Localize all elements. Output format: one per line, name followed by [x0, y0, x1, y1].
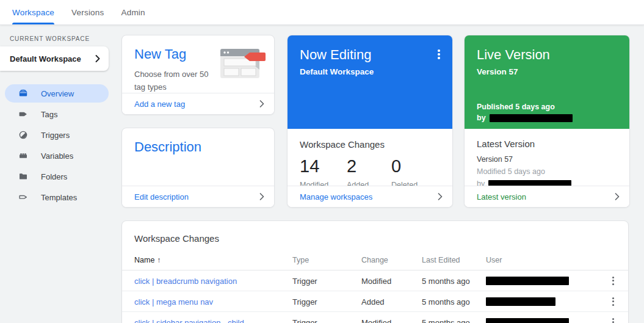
sidebar-item-label: Folders — [41, 172, 67, 181]
tab-admin-label: Admin — [121, 8, 145, 17]
now-editing-menu-icon[interactable] — [433, 49, 444, 60]
live-version-card: Live Version Version 57 Published 5 days… — [464, 35, 630, 208]
column-header-type[interactable]: Type — [292, 256, 309, 264]
tags-icon — [18, 109, 28, 119]
change-kind: Modified — [361, 318, 391, 323]
workspace-selector-label: Default Workspace — [10, 54, 81, 64]
sidebar-item-folders[interactable]: Folders — [5, 167, 109, 186]
tab-admin[interactable]: Admin — [121, 0, 145, 24]
folders-icon — [18, 172, 28, 181]
column-header-last-edited[interactable]: Last Edited — [422, 256, 460, 264]
description-card: Description Edit description — [121, 128, 275, 208]
tab-versions[interactable]: Versions — [71, 0, 104, 24]
latest-version-label: Latest Version — [477, 139, 617, 149]
now-editing-title: Now Editing — [300, 47, 440, 63]
change-name-link[interactable]: click | mega menu nav — [134, 297, 213, 306]
edit-description-label: Edit description — [134, 192, 189, 201]
stat-added-value: 2 — [347, 157, 391, 176]
chevron-right-icon — [259, 193, 264, 200]
row-menu-icon[interactable] — [607, 296, 618, 307]
top-navigation: Workspace Versions Admin — [0, 0, 644, 25]
edit-description-link[interactable]: Edit description — [122, 186, 274, 207]
sidebar-item-label: Triggers — [41, 131, 70, 140]
current-workspace-label: CURRENT WORKSPACE — [10, 35, 90, 42]
tab-workspace-label: Workspace — [12, 8, 54, 17]
table-row: click | mega menu nav Trigger Added 5 mo… — [122, 291, 628, 312]
row-menu-icon[interactable] — [607, 275, 618, 286]
published-line: Published 5 days ago — [477, 103, 573, 111]
new-tag-card: New Tag Choose from over 50 tag types Ad… — [121, 35, 275, 115]
live-version-subtitle: Version 57 — [477, 67, 617, 76]
change-type: Trigger — [292, 318, 317, 323]
latest-version-link[interactable]: Latest version — [465, 186, 629, 207]
table-header-row: Name↑ Type Change Last Edited User — [122, 250, 628, 270]
latest-version-number: Version 57 — [477, 155, 617, 164]
sidebar-item-label: Variables — [41, 151, 73, 161]
change-last-edited: 5 months ago — [422, 276, 470, 285]
chevron-right-icon — [259, 100, 264, 107]
triggers-icon — [18, 130, 28, 140]
chevron-right-icon — [95, 55, 100, 62]
column-header-name[interactable]: Name↑ — [134, 256, 161, 264]
workspace-selector[interactable]: Default Workspace — [0, 46, 109, 71]
change-kind: Added — [361, 297, 385, 306]
published-by-label: by — [477, 114, 486, 122]
sidebar-item-overview[interactable]: Overview — [5, 84, 109, 103]
workspace-changes-table-title: Workspace Changes — [122, 221, 628, 244]
redacted-user-name — [486, 277, 569, 285]
redacted-user-name — [486, 297, 555, 306]
stat-modified-value: 14 — [300, 157, 347, 176]
chevron-right-icon — [615, 193, 620, 200]
stat-deleted-value: 0 — [391, 157, 438, 176]
change-name-link[interactable]: click | breadcrumb navigation — [134, 276, 237, 285]
sidebar-item-label: Tags — [41, 110, 57, 119]
stat-modified: 14 Modified — [300, 157, 347, 189]
new-tag-description: Choose from over 50 tag types — [134, 68, 220, 94]
change-type: Trigger — [292, 276, 317, 285]
active-tab-underline — [12, 23, 54, 24]
row-menu-icon[interactable] — [607, 317, 618, 323]
now-editing-subtitle: Default Workspace — [300, 67, 440, 76]
manage-workspaces-link[interactable]: Manage workspaces — [288, 186, 452, 207]
new-tag-illustration-icon — [220, 45, 267, 82]
change-name-link[interactable]: click | sidebar navigation - child — [134, 318, 244, 323]
overview-icon — [18, 89, 28, 98]
sidebar-item-variables[interactable]: Variables — [5, 147, 109, 165]
sort-ascending-icon: ↑ — [157, 256, 161, 264]
templates-icon — [18, 192, 28, 202]
tab-workspace[interactable]: Workspace — [12, 0, 54, 24]
live-version-header: Live Version Version 57 Published 5 days… — [465, 35, 629, 129]
published-info: Published 5 days ago by — [477, 103, 573, 122]
table-row: click | sidebar navigation - child Trigg… — [122, 312, 628, 323]
column-header-user[interactable]: User — [486, 256, 502, 264]
sidebar-item-label: Overview — [41, 89, 74, 98]
change-kind: Modified — [361, 276, 391, 285]
chevron-right-icon — [438, 193, 443, 200]
workspace-changes-label: Workspace Changes — [300, 139, 440, 150]
sidebar-item-triggers[interactable]: Triggers — [5, 126, 109, 144]
variables-icon — [18, 151, 28, 161]
redacted-publisher-name — [490, 114, 573, 122]
add-new-tag-label: Add a new tag — [134, 100, 185, 109]
now-editing-card: Now Editing Default Workspace Workspace … — [287, 35, 453, 208]
table-row: click | breadcrumb navigation Trigger Mo… — [122, 270, 628, 291]
workspace-changes-card: Workspace Changes Name↑ Type Change Last… — [121, 220, 629, 323]
redacted-user-name — [486, 318, 569, 323]
sidebar-item-label: Templates — [41, 193, 77, 202]
tab-versions-label: Versions — [71, 8, 104, 17]
add-new-tag-link[interactable]: Add a new tag — [122, 93, 274, 114]
sidebar-item-templates[interactable]: Templates — [5, 188, 109, 206]
stat-deleted: 0 Deleted — [391, 157, 438, 189]
change-type: Trigger — [292, 297, 317, 306]
latest-version-modified: Modified 5 days ago — [477, 167, 617, 176]
now-editing-header: Now Editing Default Workspace — [288, 35, 452, 129]
change-last-edited: 5 months ago — [422, 297, 470, 306]
description-title: Description — [134, 139, 264, 155]
manage-workspaces-label: Manage workspaces — [300, 192, 372, 201]
live-version-title: Live Version — [477, 47, 617, 63]
latest-version-link-label: Latest version — [477, 192, 526, 201]
sidebar-item-tags[interactable]: Tags — [5, 105, 109, 123]
stat-added: 2 Added — [347, 157, 391, 189]
column-header-change[interactable]: Change — [361, 256, 388, 264]
sidebar-nav: Overview Tags Triggers Variables Folders… — [5, 84, 109, 206]
